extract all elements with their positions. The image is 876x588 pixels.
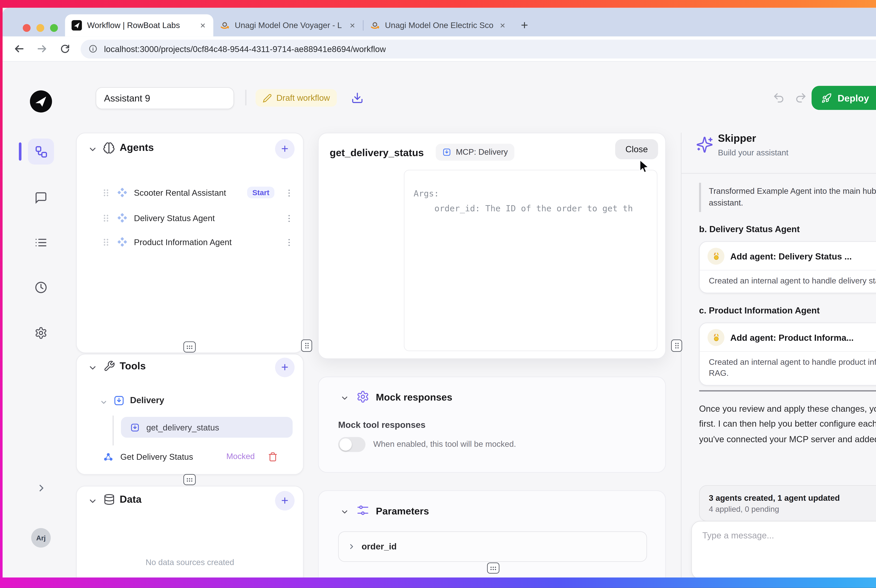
drag-handle-icon[interactable] (103, 238, 109, 246)
message-textarea[interactable] (692, 522, 876, 578)
resize-grip-vertical[interactable] (301, 339, 312, 352)
deploy-button[interactable]: Deploy (812, 86, 876, 110)
mock-toggle[interactable] (338, 437, 366, 452)
tab-title: Unagi Model One Voyager - L (235, 21, 343, 30)
medal-icon (708, 329, 724, 346)
mcp-badge-label: MCP: Delivery (456, 148, 508, 157)
message-end-divider (699, 390, 876, 392)
frame-edge-bottom (0, 578, 876, 588)
tab-unagi-electric[interactable]: Unagi Model One Electric Sco × (363, 14, 513, 36)
delivery-group-chevron-icon[interactable] (100, 399, 107, 406)
close-button[interactable]: Close (615, 139, 658, 159)
download-icon (351, 91, 363, 104)
agent-row-scooter[interactable]: Scooter Rental Assistant Start ⋮ (77, 182, 303, 204)
tab-workflow[interactable]: Workflow | RowBoat Labs × (65, 14, 213, 36)
add-tool-button[interactable]: + (275, 358, 294, 377)
params-collapse-chevron-icon[interactable] (341, 508, 349, 516)
export-download-button[interactable] (347, 88, 367, 107)
agent-row-delivery[interactable]: Delivery Status Agent ⋮ (77, 207, 303, 229)
tab-title: Workflow | RowBoat Labs (87, 21, 194, 30)
assistant-name-input[interactable] (96, 88, 233, 109)
add-agent-button[interactable]: + (275, 139, 294, 159)
agent-menu-kebab-icon[interactable]: ⋮ (285, 213, 294, 223)
tools-collapse-chevron-icon[interactable] (88, 363, 97, 372)
tool-description-code[interactable]: Args: order_id: The ID of the order to g… (404, 170, 657, 351)
back-icon[interactable] (13, 43, 25, 55)
param-expand-chevron-icon[interactable] (348, 543, 355, 550)
list-icon (34, 236, 48, 249)
change-card-title: Add agent: Delivery Status ... (730, 251, 852, 261)
assistant-name-field[interactable] (96, 87, 234, 109)
tab-title: Unagi Model One Electric Sco (385, 21, 494, 30)
reload-icon[interactable] (60, 44, 70, 54)
medal-icon (708, 248, 724, 265)
param-row-order-id[interactable]: order_id (338, 531, 647, 562)
data-panel: Data + No data sources created (76, 486, 304, 578)
apply-status-texts: 3 agents created, 1 agent updated 4 appl… (709, 493, 840, 513)
amazon-favicon-icon (220, 21, 230, 30)
rail-expand-chevron-icon[interactable] (36, 483, 46, 493)
forward-icon[interactable] (36, 43, 48, 55)
skipper-header-divider (681, 173, 876, 174)
redo-button[interactable] (792, 89, 809, 106)
add-data-button[interactable]: + (275, 491, 294, 510)
sliders-icon (356, 504, 369, 517)
site-info-icon[interactable] (88, 44, 98, 53)
agents-collapse-chevron-icon[interactable] (88, 145, 97, 153)
section-heading-b: b. Delivery Status Agent (699, 225, 800, 234)
toggle-knob (339, 438, 352, 451)
resize-grip[interactable] (487, 562, 500, 574)
inspector-title: get_delivery_status (330, 147, 424, 159)
mocked-badge: Mocked (226, 452, 255, 461)
tab-close-icon[interactable]: × (499, 20, 507, 30)
rail-history-item[interactable] (34, 281, 48, 294)
tab-unagi-voyager[interactable]: Unagi Model One Voyager - L × (213, 14, 363, 36)
new-tab-button[interactable]: + (513, 18, 536, 33)
change-card-header: Add agent: Product Informa... ✓Applied V… (700, 323, 876, 351)
selected-tool-row[interactable]: get_delivery_status (121, 417, 292, 438)
user-avatar[interactable]: Arj (31, 528, 51, 548)
rail-list-item[interactable] (34, 236, 48, 249)
change-card-header: Add agent: Delivery Status ... ✓Applied … (700, 242, 876, 270)
browser-window: Workflow | RowBoat Labs × Unagi Model On… (3, 8, 876, 578)
drag-handle-icon[interactable] (103, 214, 109, 222)
rail-chat-item[interactable] (34, 191, 48, 204)
mcp-server-icon (113, 395, 125, 406)
mock-collapse-chevron-icon[interactable] (341, 394, 349, 402)
webhook-icon (103, 451, 114, 462)
rail-settings-item[interactable] (34, 326, 48, 339)
rowboat-logo[interactable] (30, 90, 52, 112)
tool-group-label[interactable]: Delivery (130, 396, 164, 405)
resize-grip[interactable] (183, 342, 196, 352)
gradient-frame: Workflow | RowBoat Labs × Unagi Model On… (0, 0, 876, 588)
data-collapse-chevron-icon[interactable] (88, 497, 97, 505)
app-content: Arj Draft workflow (3, 62, 876, 578)
mock-hint-text: When enabled, this tool will be mocked. (374, 440, 516, 449)
resize-grip-vertical[interactable] (671, 339, 682, 352)
rowboat-favicon-icon (72, 20, 82, 30)
mock-responses-title: Mock responses (376, 392, 452, 402)
undo-button[interactable] (770, 89, 787, 106)
rail-workflow-item[interactable] (28, 139, 54, 165)
drag-handle-icon[interactable] (103, 188, 109, 197)
macos-minimize-light[interactable] (36, 24, 44, 32)
deploy-label: Deploy (838, 93, 869, 103)
tab-close-icon[interactable]: × (348, 20, 356, 30)
trash-icon[interactable] (268, 452, 278, 462)
tools-panel: Tools + Delivery get_delivery_status (76, 354, 304, 475)
parameters-title: Parameters (376, 505, 429, 516)
chat-bubble-icon (34, 191, 48, 204)
tool-row-get-delivery-status[interactable]: Get Delivery Status Mocked (77, 447, 303, 466)
skipper-chat-input[interactable] (692, 521, 876, 578)
param-name: order_id (362, 542, 397, 552)
status-line1: 3 agents created, 1 agent updated (709, 493, 840, 502)
macos-zoom-light[interactable] (50, 24, 58, 32)
agent-menu-kebab-icon[interactable]: ⋮ (285, 188, 294, 198)
agent-row-product[interactable]: Product Information Agent ⋮ (77, 231, 303, 253)
resize-grip[interactable] (183, 474, 196, 485)
macos-close-light[interactable] (23, 24, 31, 32)
tab-close-icon[interactable]: × (199, 20, 207, 30)
sparkles-icon (696, 136, 713, 153)
url-bar[interactable]: localhost:3000/projects/0cf84c48-9544-43… (81, 39, 876, 58)
agent-menu-kebab-icon[interactable]: ⋮ (285, 237, 294, 247)
